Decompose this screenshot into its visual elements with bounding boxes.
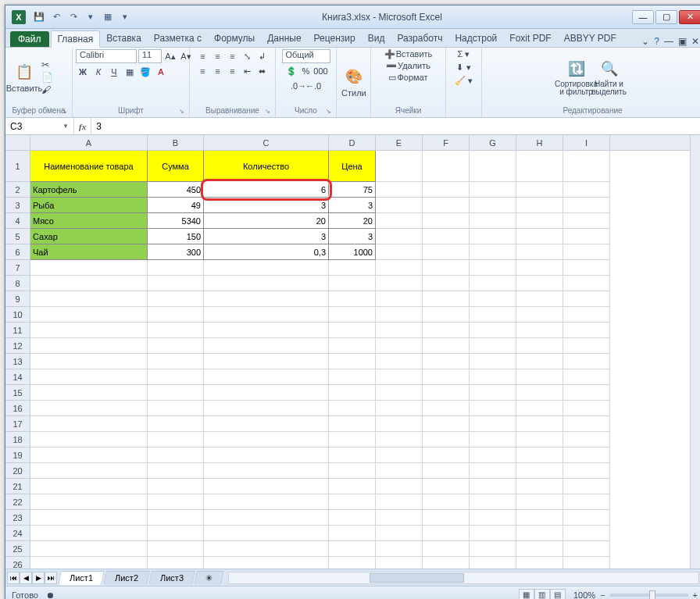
cell-G24[interactable] bbox=[470, 526, 516, 541]
dec-decimal-icon[interactable]: ←.0 bbox=[306, 79, 320, 93]
format-cells-button[interactable]: ▭Формат bbox=[388, 73, 427, 83]
cell-I3[interactable] bbox=[563, 198, 610, 213]
cell-A16[interactable] bbox=[30, 401, 148, 416]
cell-C24[interactable] bbox=[204, 526, 329, 541]
cell-B4[interactable]: 5340 bbox=[148, 213, 204, 229]
row-header[interactable]: 16 bbox=[5, 401, 30, 416]
italic-button[interactable]: К bbox=[91, 65, 105, 79]
cell-F12[interactable] bbox=[423, 338, 470, 354]
cell-G5[interactable] bbox=[470, 229, 516, 244]
cell-E23[interactable] bbox=[376, 510, 423, 526]
ribbon-tab-4[interactable]: Данные bbox=[261, 30, 307, 47]
orientation-icon[interactable]: ⤡ bbox=[241, 49, 255, 63]
cell-B17[interactable] bbox=[148, 416, 204, 432]
fx-icon[interactable]: fx bbox=[79, 122, 86, 131]
cell-A3[interactable]: Рыба bbox=[30, 198, 148, 213]
qat-more-icon[interactable]: ▾ bbox=[84, 10, 98, 24]
cell-H26[interactable] bbox=[516, 557, 563, 569]
cell-G14[interactable] bbox=[470, 369, 516, 385]
cell-H3[interactable] bbox=[516, 198, 563, 213]
indent-dec-icon[interactable]: ⇤ bbox=[241, 64, 255, 78]
cell-A9[interactable] bbox=[30, 291, 148, 307]
next-sheet-button[interactable]: ▶ bbox=[32, 572, 45, 584]
cell-G3[interactable] bbox=[470, 198, 516, 213]
find-select-button[interactable]: 🔍 Найти и выделить bbox=[594, 57, 625, 98]
cell-F26[interactable] bbox=[423, 557, 470, 569]
sort-filter-button[interactable]: 🔃 Сортировка и фильтр bbox=[561, 57, 592, 98]
cell-I18[interactable] bbox=[563, 432, 610, 447]
cell-F2[interactable] bbox=[423, 182, 470, 198]
cell-F10[interactable] bbox=[423, 307, 470, 323]
cell-H4[interactable] bbox=[516, 213, 563, 229]
launcher-icon[interactable]: ↘ bbox=[179, 108, 184, 115]
cell-G21[interactable] bbox=[470, 479, 516, 494]
cell-B6[interactable]: 300 bbox=[148, 244, 204, 260]
cell-I25[interactable] bbox=[563, 541, 610, 557]
cell-B25[interactable] bbox=[148, 541, 204, 557]
cell-F23[interactable] bbox=[423, 510, 470, 526]
cell-G20[interactable] bbox=[470, 463, 516, 479]
cell-G11[interactable] bbox=[470, 323, 516, 338]
cell-G23[interactable] bbox=[470, 510, 516, 526]
undo-icon[interactable]: ↶ bbox=[49, 10, 63, 24]
cell-G22[interactable] bbox=[470, 494, 516, 510]
align-top-icon[interactable]: ≡ bbox=[196, 49, 210, 63]
cell-E21[interactable] bbox=[376, 479, 423, 494]
row-header[interactable]: 11 bbox=[5, 323, 30, 338]
row-header[interactable]: 6 bbox=[5, 244, 30, 260]
cell-F17[interactable] bbox=[423, 416, 470, 432]
cell-C8[interactable] bbox=[204, 276, 329, 291]
zoom-in-button[interactable]: + bbox=[693, 590, 698, 600]
cell-D5[interactable]: 3 bbox=[329, 229, 376, 244]
cell-F25[interactable] bbox=[423, 541, 470, 557]
cell-F16[interactable] bbox=[423, 401, 470, 416]
font-size-select[interactable]: 11 bbox=[138, 49, 162, 63]
cell-D1[interactable]: Цена bbox=[329, 151, 376, 182]
horizontal-scrollbar[interactable] bbox=[228, 572, 699, 584]
cell-I20[interactable] bbox=[563, 463, 610, 479]
cell-D23[interactable] bbox=[329, 510, 376, 526]
cell-E13[interactable] bbox=[376, 354, 423, 369]
cell-E7[interactable] bbox=[376, 260, 423, 276]
cell-G13[interactable] bbox=[470, 354, 516, 369]
cell-H8[interactable] bbox=[516, 276, 563, 291]
formula-input[interactable]: 3 bbox=[91, 118, 700, 134]
col-header-I[interactable]: I bbox=[563, 135, 610, 150]
row-header[interactable]: 4 bbox=[5, 213, 30, 229]
help-icon[interactable]: ? bbox=[654, 36, 659, 47]
cell-A4[interactable]: Мясо bbox=[30, 213, 148, 229]
paste-button[interactable]: 📋 Вставить bbox=[9, 60, 40, 94]
cell-B12[interactable] bbox=[148, 338, 204, 354]
cell-B18[interactable] bbox=[148, 432, 204, 447]
cell-A1[interactable]: Наименование товара bbox=[30, 151, 148, 182]
cell-C2[interactable]: 6 bbox=[204, 182, 329, 198]
cell-I10[interactable] bbox=[563, 307, 610, 323]
cell-I13[interactable] bbox=[563, 354, 610, 369]
cell-A7[interactable] bbox=[30, 260, 148, 276]
cell-E8[interactable] bbox=[376, 276, 423, 291]
cell-A22[interactable] bbox=[30, 494, 148, 510]
ribbon-tab-10[interactable]: ABBYY PDF bbox=[558, 30, 623, 47]
cell-I4[interactable] bbox=[563, 213, 610, 229]
row-header[interactable]: 15 bbox=[5, 385, 30, 401]
currency-icon[interactable]: 💲 bbox=[284, 64, 298, 78]
row-header[interactable]: 1 bbox=[5, 151, 30, 182]
copy-icon[interactable]: 📄 bbox=[41, 72, 53, 83]
cell-D7[interactable] bbox=[329, 260, 376, 276]
row-header[interactable]: 19 bbox=[5, 447, 30, 463]
cell-A14[interactable] bbox=[30, 369, 148, 385]
cell-B13[interactable] bbox=[148, 354, 204, 369]
comma-icon[interactable]: 000 bbox=[314, 64, 328, 78]
cell-I8[interactable] bbox=[563, 276, 610, 291]
cell-B3[interactable]: 49 bbox=[148, 198, 204, 213]
cell-A26[interactable] bbox=[30, 557, 148, 569]
cell-D24[interactable] bbox=[329, 526, 376, 541]
doc-close-icon[interactable]: ✕ bbox=[691, 36, 699, 47]
page-break-button[interactable]: ▤ bbox=[550, 589, 566, 600]
cell-E2[interactable] bbox=[376, 182, 423, 198]
new-sheet-button[interactable]: ✳ bbox=[194, 571, 224, 585]
align-right-icon[interactable]: ≡ bbox=[226, 64, 240, 78]
cell-C23[interactable] bbox=[204, 510, 329, 526]
zoom-slider[interactable] bbox=[610, 594, 688, 597]
cell-I14[interactable] bbox=[563, 369, 610, 385]
